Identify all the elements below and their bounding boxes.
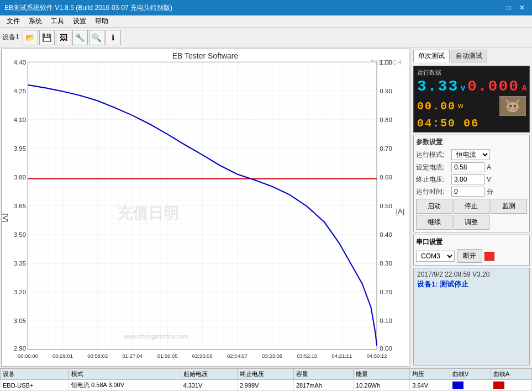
resume-button[interactable]: 继续 xyxy=(416,215,452,230)
menu-file[interactable]: 文件 xyxy=(2,15,24,27)
start-button[interactable]: 启动 xyxy=(416,199,452,214)
svg-text:2.90: 2.90 xyxy=(14,345,27,352)
monitor-button[interactable]: 监测 xyxy=(491,199,527,214)
save-button[interactable]: 💾 xyxy=(39,30,55,45)
cell-curve-a xyxy=(491,380,531,391)
svg-text:0.40: 0.40 xyxy=(380,231,392,238)
menu-system[interactable]: 系统 xyxy=(24,15,46,27)
svg-text:0.50: 0.50 xyxy=(380,202,392,209)
svg-point-138 xyxy=(507,102,519,112)
svg-text:04:50:12: 04:50:12 xyxy=(367,353,387,359)
svg-text:3.65: 3.65 xyxy=(14,202,27,209)
svg-text:3.95: 3.95 xyxy=(14,145,27,152)
open-button[interactable]: 📂 xyxy=(23,30,38,45)
serial-section: 串口设置 COM3 断开 xyxy=(413,235,530,266)
power-value: 00.00 xyxy=(417,100,456,113)
svg-text:03:23:08: 03:23:08 xyxy=(262,353,282,359)
minimize-button[interactable]: ─ xyxy=(490,3,501,13)
param-current-input[interactable] xyxy=(451,162,484,172)
search-button[interactable]: 🔍 xyxy=(89,30,104,45)
serial-row: COM3 断开 xyxy=(416,249,527,263)
status-log: 2017/9/2 22:08:59 V3.20 设备1: 测试停止 xyxy=(413,268,530,365)
param-row-voltage: 终止电压: V xyxy=(416,174,527,184)
menu-settings[interactable]: 设置 xyxy=(69,15,91,27)
image-button[interactable]: 🖼 xyxy=(56,30,71,45)
svg-text:1.00: 1.00 xyxy=(380,59,392,66)
param-time-input[interactable] xyxy=(451,187,484,197)
stop-button[interactable]: 停止 xyxy=(454,199,490,214)
svg-text:3.35: 3.35 xyxy=(14,259,27,267)
content-wrapper: EB Tester Software ZKETECH xyxy=(0,47,532,368)
data-table: 设备 模式 起始电压 终止电压 容量 能量 均压 曲线V 曲线A EBD-USB… xyxy=(0,368,532,391)
param-voltage-label: 终止电压: xyxy=(416,175,449,184)
param-row-current: 设定电流: A xyxy=(416,162,527,172)
app-title: EB测试系统软件 V1.8.5 (Build 2016-03-07 充电头特别版… xyxy=(4,3,490,13)
time-display: 04:50 06 xyxy=(417,117,526,130)
window-controls: ─ □ ✕ xyxy=(490,3,528,13)
cell-energy: 10.26Wh xyxy=(354,380,410,391)
cell-start-voltage: 4.331V xyxy=(181,380,237,391)
current-unit: A xyxy=(522,83,527,92)
svg-text:00:00:00: 00:00:00 xyxy=(18,353,38,359)
serial-status-indicator xyxy=(484,252,494,261)
running-data-section: 运行数据 3.33 v 0.000 A 00.00 w xyxy=(413,66,530,133)
voltage-unit: v xyxy=(461,83,465,92)
param-mode-select[interactable]: 恒电流 xyxy=(451,149,490,160)
svg-text:0.90: 0.90 xyxy=(380,87,392,94)
menu-bar: 文件 系统 工具 设置 帮助 xyxy=(0,15,532,28)
param-current-unit: A xyxy=(487,163,491,171)
log-line1: 2017/9/2 22:08:59 V3.20 xyxy=(417,271,526,278)
power-unit: w xyxy=(458,102,463,110)
params-title: 参数设置 xyxy=(416,137,527,147)
col-energy: 能量 xyxy=(354,369,410,380)
tab-auto-test[interactable]: 自动测试 xyxy=(451,50,487,62)
settings-button[interactable]: 🔧 xyxy=(72,30,88,45)
svg-text:3.20: 3.20 xyxy=(14,288,27,295)
param-time-unit: 分 xyxy=(487,187,493,197)
chart-svg: 4.40 4.25 4.10 3.95 3.80 3.65 3.50 3.35 … xyxy=(2,49,409,366)
menu-tools[interactable]: 工具 xyxy=(46,15,69,27)
device-thumbnail xyxy=(499,96,526,116)
current-value: 0.000 xyxy=(467,78,519,95)
param-voltage-input[interactable] xyxy=(451,174,484,184)
chart-area: EB Tester Software ZKETECH xyxy=(1,49,409,367)
cell-avg-voltage: 3.64V xyxy=(410,380,450,391)
voltage-display: 3.33 v 0.000 A xyxy=(417,78,526,95)
right-panel: 单次测试 自动测试 运行数据 3.33 v 0.000 A 00.00 w xyxy=(410,47,532,368)
col-capacity: 容量 xyxy=(293,369,353,380)
menu-help[interactable]: 帮助 xyxy=(91,15,113,27)
svg-text:3.50: 3.50 xyxy=(14,231,27,238)
svg-text:02:54:07: 02:54:07 xyxy=(227,353,247,359)
device-label: 设备1 xyxy=(2,33,19,42)
bottom-table-area: 设备 模式 起始电压 终止电压 容量 能量 均压 曲线V 曲线A EBD-USB… xyxy=(0,368,532,392)
serial-port-select[interactable]: COM3 xyxy=(416,251,455,262)
title-bar: EB测试系统软件 V1.8.5 (Build 2016-03-07 充电头特别版… xyxy=(0,0,532,15)
col-curve-a: 曲线A xyxy=(491,369,531,380)
svg-text:00:29:01: 00:29:01 xyxy=(52,353,73,359)
col-avg-voltage: 均压 xyxy=(410,369,450,380)
param-row-time: 运行时间: 分 xyxy=(416,187,527,197)
voltage-value: 3.33 xyxy=(417,78,459,95)
cell-device: EBD-USB+ xyxy=(1,380,69,391)
svg-point-141 xyxy=(509,105,512,108)
log-line2: 设备1: 测试停止 xyxy=(417,279,526,289)
svg-text:01:56:05: 01:56:05 xyxy=(157,353,178,359)
svg-point-142 xyxy=(514,105,516,108)
tab-single-test[interactable]: 单次测试 xyxy=(413,50,450,62)
svg-text:0.60: 0.60 xyxy=(380,173,392,181)
svg-text:[A]: [A] xyxy=(396,208,404,215)
col-end-voltage: 终止电压 xyxy=(237,369,293,380)
close-button[interactable]: ✕ xyxy=(517,3,528,13)
svg-text:4.25: 4.25 xyxy=(14,87,27,94)
info-button[interactable]: ℹ xyxy=(106,30,121,45)
disconnect-button[interactable]: 断开 xyxy=(457,249,482,263)
maximize-button[interactable]: □ xyxy=(503,3,514,13)
svg-text:3.80: 3.80 xyxy=(14,173,27,181)
power-time-row: 00.00 w xyxy=(417,96,526,116)
svg-text:4.40: 4.40 xyxy=(14,59,27,66)
cell-end-voltage: 2.999V xyxy=(237,380,293,391)
adjust-button[interactable]: 调整 xyxy=(454,215,490,230)
svg-text:03:52:10: 03:52:10 xyxy=(297,353,317,359)
col-mode: 模式 xyxy=(69,369,181,380)
col-curve-v: 曲线V xyxy=(450,369,491,380)
